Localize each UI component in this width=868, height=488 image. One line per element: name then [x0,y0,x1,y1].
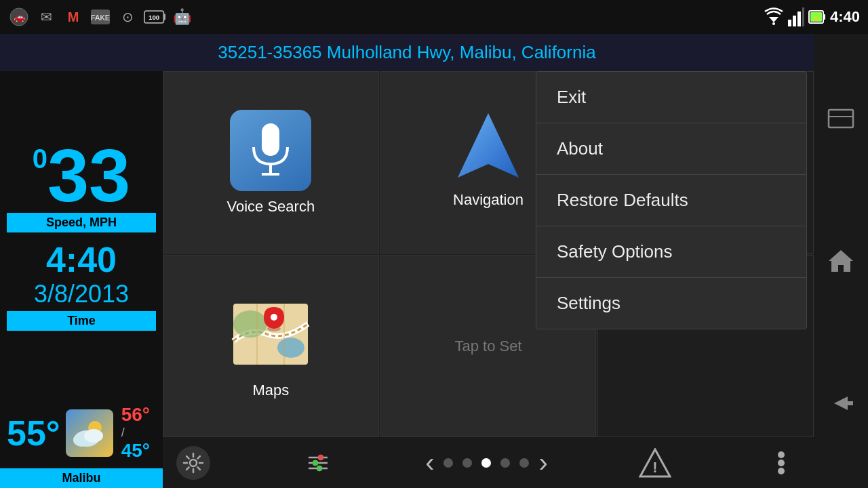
signal-icon [788,7,804,26]
status-icons-right: ⚡ 4:40 [764,7,860,26]
gear-icon [182,452,204,474]
svg-marker-27 [458,113,519,178]
speed-label: Speed, MPH [7,213,156,232]
wifi-icon [764,7,784,26]
svg-rect-24 [262,123,279,156]
svg-text:⚡: ⚡ [812,14,820,22]
temp-high: 56° [121,404,150,426]
svg-rect-17 [829,110,853,127]
battery-icon: ⚡ [808,7,826,26]
speed-superscript: 0 [33,145,47,172]
svg-point-45 [778,468,785,474]
battery-percent-icon: 100 [144,6,165,28]
time-value: 4:40 [46,239,117,280]
pagination-controls: ‹ › [425,447,548,478]
svg-point-40 [317,466,322,471]
android-icon: 🤖 [171,6,193,28]
svg-point-34 [190,460,197,466]
voice-search-icon [230,110,311,191]
svg-point-43 [778,451,785,458]
svg-rect-12 [802,7,804,26]
navigation-arrow-icon [454,117,522,184]
dropdown-menu: Exit About Restore Defaults Safety Optio… [536,71,807,329]
maps-icon [230,293,311,375]
dot-5 [519,458,529,468]
svg-text:FAKE: FAKE [91,14,110,22]
svg-rect-14 [823,14,825,20]
svg-text:!: ! [653,459,658,476]
temp-low: 45° [121,440,150,462]
svg-marker-7 [769,17,778,22]
left-panel: 0 33 Speed, MPH 4:40 3/8/2013 Time 55° 5… [0,71,163,488]
svg-point-23 [84,429,103,443]
address-bar: 35251-35365 Mulholland Hwy, Malibu, Cali… [0,34,814,71]
svg-point-30 [233,310,267,338]
dot-4 [500,458,510,468]
svg-text:🚗: 🚗 [14,12,26,23]
prev-button[interactable]: ‹ [425,447,434,478]
menu-item-restore-defaults[interactable]: Restore Defaults [536,175,806,226]
status-bar: 🚗 ✉ M FAKE ⊙ 100 🤖 [0,0,868,34]
speed-number: 33 [47,138,130,213]
menu-item-safety-options[interactable]: Safety Options [536,226,806,278]
svg-rect-9 [788,20,791,26]
menu-item-about[interactable]: About [536,123,806,175]
bottom-toolbar: ‹ › ! [163,437,814,488]
svg-point-44 [778,460,785,466]
menu-item-settings[interactable]: Settings [536,278,806,329]
speed-display: 0 33 Speed, MPH 4:40 3/8/2013 Time [0,71,163,397]
maps-label: Maps [252,382,289,399]
gmail-icon: M [62,6,84,28]
voice-search-tile[interactable]: Voice Search [163,71,379,253]
sliders-button[interactable] [299,444,336,481]
weather-section: 55° 56° / 45° [0,397,163,468]
dot-1 [443,458,453,468]
nav-window-btn[interactable] [821,102,861,136]
menu-item-exit[interactable]: Exit [536,72,806,123]
svg-point-38 [313,460,318,466]
location-label: Malibu [0,468,163,488]
address-text: 35251-35365 Mulholland Hwy, Malibu, Cali… [218,42,595,63]
steering-icon: ⊙ [117,6,138,28]
voice-search-label: Voice Search [227,198,315,216]
warning-button[interactable]: ! [637,444,674,481]
nav-home-btn[interactable] [821,244,861,278]
time-label: Time [7,311,156,331]
svg-marker-19 [829,250,853,272]
temp-range: 56° / 45° [119,404,150,462]
car-icon: 🚗 [8,6,30,28]
next-button[interactable]: › [538,447,547,478]
temp-main: 55° [7,413,60,453]
status-icons-left: 🚗 ✉ M FAKE ⊙ 100 🤖 [8,6,193,28]
fake-icon: FAKE [90,6,111,28]
sliders-icon [306,452,330,474]
nav-back-btn[interactable] [821,386,861,420]
nav-bar [814,34,868,488]
dot-3 [481,458,491,468]
gear-button[interactable] [176,446,210,480]
svg-text:100: 100 [149,14,160,21]
dot-2 [462,458,472,468]
svg-rect-5 [163,14,165,20]
weather-icon [66,409,113,457]
more-button[interactable] [763,444,800,481]
speed-value: 0 33 [33,138,131,213]
tap-to-set-label: Tap to Set [454,338,521,355]
status-time: 4:40 [830,8,860,26]
svg-rect-10 [793,16,796,26]
svg-rect-11 [797,12,801,26]
warning-icon: ! [639,448,671,478]
svg-point-31 [277,338,304,358]
maps-tile[interactable]: Maps [163,255,379,437]
svg-point-36 [318,455,323,460]
svg-point-8 [772,22,775,25]
more-icon [777,451,785,475]
navigation-label: Navigation [453,191,524,209]
date-value: 3/8/2013 [34,280,129,308]
svg-point-33 [271,314,277,321]
email-icon: ✉ [35,6,57,28]
